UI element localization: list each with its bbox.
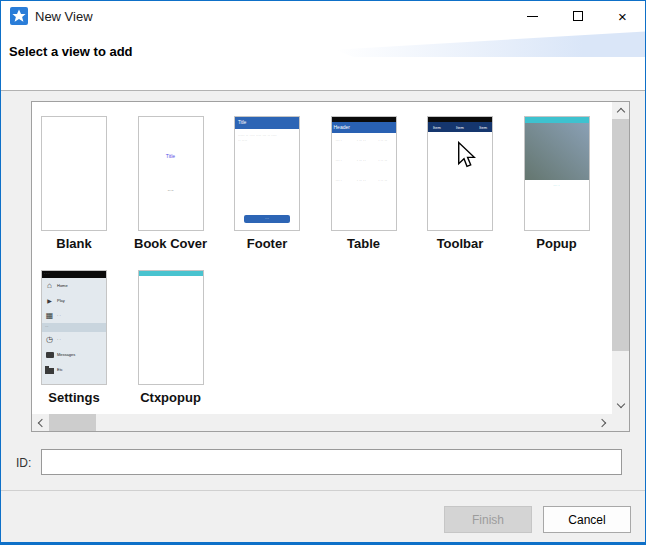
table-cell: · ·· ·· xyxy=(357,138,372,143)
popup-thumbnail[interactable]: ··· · xyxy=(524,116,590,231)
maximize-icon xyxy=(573,11,583,21)
settings-row-label: Messages xyxy=(57,352,75,357)
item-label: Table xyxy=(308,236,420,251)
folder-icon xyxy=(45,368,54,374)
bookcover-thumbnail[interactable]: Title ~·~ xyxy=(138,116,204,231)
toolbar-thumbnail[interactable]: Item Item Item xyxy=(427,116,493,231)
chevron-down-icon xyxy=(616,400,624,408)
bookcover-preview-title: Title xyxy=(139,153,203,159)
id-input[interactable] xyxy=(41,449,622,475)
popup-preview-caption: ··· · xyxy=(525,183,589,188)
minimize-icon xyxy=(527,16,538,17)
table-cell: · ·· ·· xyxy=(378,138,393,143)
gallery-item-bookcover[interactable]: Title ~·~ Book Cover xyxy=(138,116,204,251)
chevron-right-icon xyxy=(598,418,606,426)
wizard-header: Select a view to add xyxy=(1,31,645,91)
titlebar[interactable]: New View × xyxy=(1,1,645,31)
close-icon: × xyxy=(618,9,627,24)
toolbar-preview-bar: Item Item Item xyxy=(428,122,492,132)
gallery-item-settings[interactable]: · · · Home Play · · ··· · · Messages Etc… xyxy=(41,270,107,405)
item-label: Footer xyxy=(211,236,323,251)
scrollbar-corner xyxy=(612,414,629,431)
gallery-item-popup[interactable]: ··· · Popup xyxy=(524,116,590,251)
gallery-item-table[interactable]: Header ··· · · ·· ·· · ·· ·· ··· · · ·· … xyxy=(331,116,397,251)
maximize-button[interactable] xyxy=(555,1,600,31)
scroll-up-button[interactable] xyxy=(612,102,629,119)
chevron-up-icon xyxy=(616,108,624,116)
horizontal-scroll-thumb[interactable] xyxy=(49,414,96,431)
table-thumbnail[interactable]: Header ··· · · ·· ·· · ·· ·· ··· · · ·· … xyxy=(331,116,397,231)
header-gradient xyxy=(335,31,645,57)
gallery-item-blank[interactable]: Blank xyxy=(41,116,107,251)
scroll-right-button[interactable] xyxy=(595,414,612,431)
toolbar-item: Item xyxy=(479,125,487,130)
id-label: ID: xyxy=(16,456,31,470)
table-cell: ··· · xyxy=(336,178,351,183)
gallery-item-footer[interactable]: Title ····· ·· ···· ···· ··· ·· ···· ·· … xyxy=(234,116,300,251)
table-cell: · ·· ·· xyxy=(357,158,372,163)
item-label: Book Cover xyxy=(115,236,227,251)
scroll-left-button[interactable] xyxy=(32,414,49,431)
item-label: Toolbar xyxy=(404,236,516,251)
footer-thumbnail[interactable]: Title ····· ·· ···· ···· ··· ·· ···· ·· … xyxy=(234,116,300,231)
settings-section-divider: ··· xyxy=(42,323,106,332)
minimize-button[interactable] xyxy=(510,1,555,31)
vertical-scroll-thumb[interactable] xyxy=(612,119,629,351)
home-icon xyxy=(45,281,54,290)
toolbar-item: Item xyxy=(433,125,441,130)
scroll-down-button[interactable] xyxy=(612,397,629,414)
cancel-button[interactable]: Cancel xyxy=(543,506,631,533)
toolbar-item: Item xyxy=(456,125,464,130)
clock-icon xyxy=(45,335,54,344)
popup-preview-image xyxy=(525,123,589,180)
play-icon xyxy=(45,296,54,306)
settings-thumbnail[interactable]: · · · Home Play · · ··· · · Messages Etc xyxy=(41,270,107,385)
finish-button[interactable]: Finish xyxy=(444,506,532,533)
table-cell: ··· · xyxy=(336,158,351,163)
table-cell: ··· · xyxy=(336,138,351,143)
item-label: Ctxpopup xyxy=(115,390,227,405)
table-cell: · ·· ·· xyxy=(378,158,393,163)
new-view-dialog: New View × Select a view to add Blank T xyxy=(0,0,646,545)
vertical-scrollbar[interactable] xyxy=(612,102,629,414)
ctxpopup-preview-strip xyxy=(139,271,203,276)
item-label: Popup xyxy=(501,236,613,251)
settings-preview-statusbar: · · · xyxy=(42,271,106,278)
settings-row-label: Etc xyxy=(57,367,63,372)
settings-row-label: Play xyxy=(57,298,65,303)
gallery-item-toolbar[interactable]: Item Item Item Toolbar xyxy=(427,116,493,251)
page-title: Select a view to add xyxy=(9,44,133,59)
gallery-item-ctxpopup[interactable]: Ctxpopup xyxy=(138,270,204,405)
table-preview-grid: ··· · · ·· ·· · ·· ·· ··· · · ·· ·· · ··… xyxy=(336,138,394,198)
template-gallery: Blank Title ~·~ Book Cover Title ····· · xyxy=(31,101,630,432)
bookcover-preview-note: ~·~ xyxy=(139,188,203,193)
settings-row-label: Home xyxy=(57,283,68,288)
buttonbar-separator xyxy=(1,490,645,491)
apps-grid-icon xyxy=(45,311,54,320)
window-title: New View xyxy=(35,9,93,24)
blank-thumbnail[interactable] xyxy=(41,116,107,231)
message-icon xyxy=(46,352,54,358)
horizontal-scrollbar[interactable] xyxy=(32,414,612,431)
ctxpopup-thumbnail[interactable] xyxy=(138,270,204,385)
table-preview-header: Header xyxy=(332,122,396,133)
chevron-left-icon xyxy=(38,418,46,426)
settings-row-label: · · xyxy=(57,313,61,318)
table-cell: · ·· ·· xyxy=(378,178,393,183)
close-button[interactable]: × xyxy=(600,1,645,31)
footer-preview-body: ·· ···· xyxy=(238,138,296,143)
footer-preview-button: ··· xyxy=(244,215,290,223)
settings-preview-list: Home Play · · ··· · · Messages Etc xyxy=(42,278,106,377)
app-icon xyxy=(10,7,28,25)
settings-row-label: · · xyxy=(57,337,61,342)
table-cell: · ·· ·· xyxy=(357,178,372,183)
footer-preview-header: Title xyxy=(235,117,299,129)
gallery-content: Blank Title ~·~ Book Cover Title ····· · xyxy=(32,102,612,414)
